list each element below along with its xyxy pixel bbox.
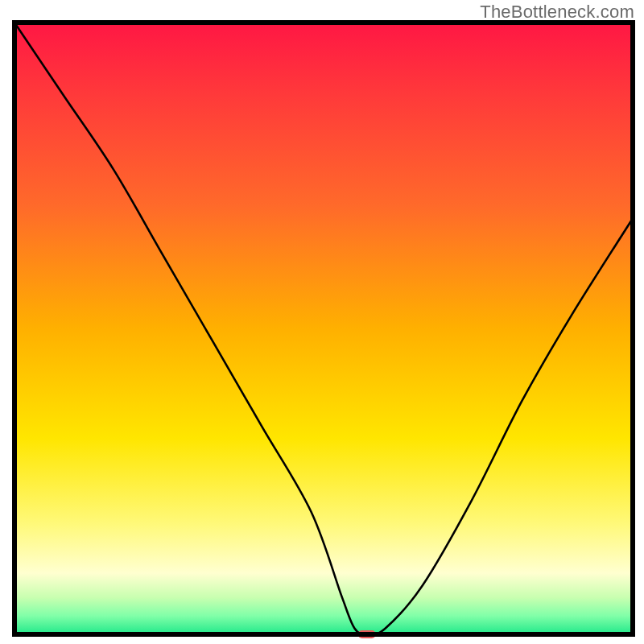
watermark-label: TheBottleneck.com xyxy=(480,2,634,23)
bottleneck-chart xyxy=(0,0,644,644)
chart-container: TheBottleneck.com xyxy=(0,0,644,644)
